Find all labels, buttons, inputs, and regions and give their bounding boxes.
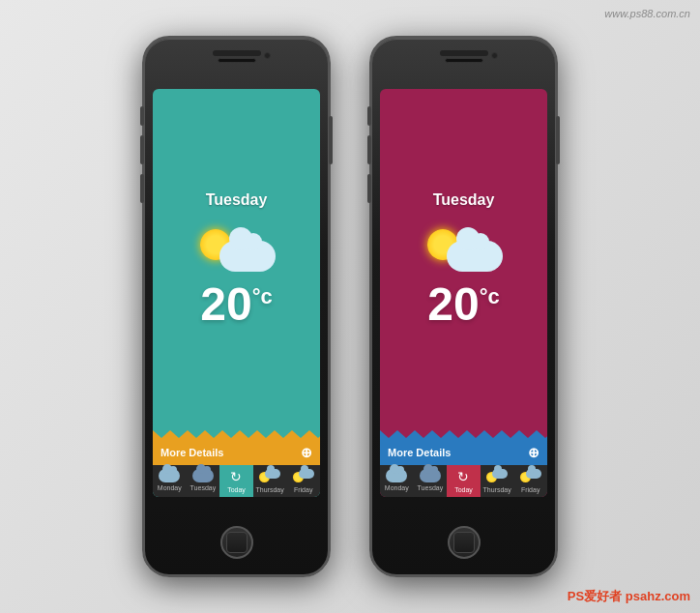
zigzag-separator-teal	[153, 430, 320, 440]
tab-label-thursday-teal: Thursday	[255, 486, 283, 493]
tab-tuesday-teal[interactable]: Tuesday	[187, 465, 220, 497]
rain-icon-tuesday-maroon	[420, 469, 441, 482]
more-details-bar-maroon[interactable]: More Details ⊕	[380, 440, 547, 465]
cloud-icon-teal	[219, 241, 276, 272]
phone-speaker	[218, 58, 256, 63]
more-details-plus-teal[interactable]: ⊕	[301, 445, 312, 460]
side-button-left-3-maroon	[367, 174, 371, 203]
tab-label-monday-maroon: Monday	[385, 484, 409, 491]
tab-label-friday-maroon: Friday	[521, 486, 540, 493]
more-details-text-teal: More Details	[160, 447, 223, 458]
partly-cloud-thursday-teal	[265, 469, 280, 479]
tab-today-teal[interactable]: ↻ Today	[219, 465, 253, 497]
tab-label-thursday-maroon: Thursday	[482, 486, 510, 493]
day-label-maroon: Tuesday	[433, 191, 495, 209]
cloud-icon-monday-maroon	[386, 469, 407, 482]
weather-main-maroon: Tuesday 20°c	[380, 89, 547, 430]
watermark: www.ps88.com.cn	[604, 8, 690, 19]
home-button-inner-maroon	[453, 532, 475, 553]
tab-label-today-maroon: Today	[454, 486, 473, 493]
tab-bar-maroon: Monday Tuesday ↻ Today Thursday	[380, 465, 547, 497]
day-label-teal: Tuesday	[206, 191, 268, 209]
tab-label-monday-teal: Monday	[158, 484, 182, 491]
side-button-left-2	[140, 135, 144, 164]
weather-icon-maroon	[425, 219, 503, 272]
side-button-left-1-maroon	[367, 106, 371, 126]
side-button-right-maroon	[556, 116, 560, 164]
refresh-icon-today-teal: ↻	[230, 469, 242, 484]
tab-thursday-maroon[interactable]: Thursday	[481, 465, 514, 497]
weather-icon-teal	[198, 219, 276, 272]
tab-monday-teal[interactable]: Monday	[153, 465, 187, 497]
more-details-bar-teal[interactable]: More Details ⊕	[153, 440, 320, 465]
cloud-icon-maroon	[447, 241, 503, 272]
partly-icon-thursday-teal	[259, 469, 280, 484]
screen-maroon: Tuesday 20°c More Details ⊕ Monday	[380, 89, 547, 497]
zigzag-separator-maroon	[380, 430, 547, 440]
partly-cloud-thursday-maroon	[492, 469, 508, 479]
partly-icon-friday-teal	[293, 469, 314, 484]
cloud-icon-monday-teal	[159, 469, 180, 482]
tab-label-tuesday-maroon: Tuesday	[418, 484, 444, 491]
phone-maroon: Tuesday 20°c More Details ⊕ Monday	[369, 36, 558, 577]
tab-thursday-teal[interactable]: Thursday	[253, 465, 287, 497]
tab-today-maroon[interactable]: ↻ Today	[447, 465, 481, 497]
more-details-text-maroon: More Details	[388, 447, 451, 458]
side-button-left-2-maroon	[367, 135, 371, 164]
tab-label-friday-teal: Friday	[294, 486, 312, 493]
side-button-left-3	[140, 174, 144, 203]
partly-cloud-friday-maroon	[526, 469, 541, 479]
phone-speaker-maroon	[445, 58, 483, 63]
phone-camera-maroon	[491, 52, 498, 59]
tab-friday-teal[interactable]: Friday	[286, 465, 320, 497]
home-button-maroon[interactable]	[448, 526, 481, 559]
temperature-maroon: 20°c	[427, 281, 499, 328]
rain-icon-tuesday-teal	[192, 469, 214, 482]
side-button-right	[329, 116, 333, 164]
side-button-left-1	[140, 106, 144, 126]
home-button-inner-teal	[226, 532, 248, 553]
home-button-teal[interactable]	[220, 526, 253, 559]
tab-label-tuesday-teal: Tuesday	[190, 484, 217, 491]
partly-icon-thursday-maroon	[486, 469, 508, 484]
phone-camera	[264, 52, 271, 59]
ps-logo: PS爱好者 psahz.com	[568, 588, 690, 605]
phone-teal: Tuesday 20°c More Details ⊕ Mond	[142, 36, 331, 577]
screen-teal: Tuesday 20°c More Details ⊕ Mond	[153, 89, 320, 497]
tab-tuesday-maroon[interactable]: Tuesday	[414, 465, 448, 497]
temperature-teal: 20°c	[200, 281, 272, 328]
weather-main-teal: Tuesday 20°c	[153, 89, 320, 430]
partly-icon-friday-maroon	[520, 469, 541, 484]
tab-label-today-teal: Today	[227, 486, 246, 493]
tab-bar-teal: Monday Tuesday ↻ Today Thursday	[153, 465, 320, 497]
more-details-plus-maroon[interactable]: ⊕	[528, 445, 540, 460]
refresh-icon-today-maroon: ↻	[457, 469, 469, 484]
tab-monday-maroon[interactable]: Monday	[380, 465, 414, 497]
partly-cloud-friday-teal	[299, 469, 314, 479]
tab-friday-maroon[interactable]: Friday	[513, 465, 547, 497]
